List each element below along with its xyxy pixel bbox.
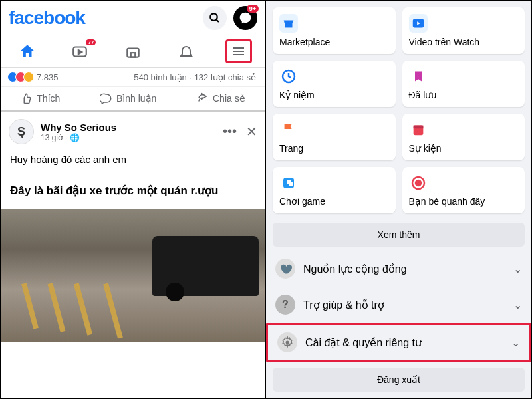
comment-share-counts[interactable]: 540 bình luận · 132 lượt chia sẻ xyxy=(134,72,256,82)
comment-icon xyxy=(100,92,112,104)
tile-watch[interactable]: Video trên Watch xyxy=(402,7,525,54)
tile-label: Chơi game xyxy=(279,196,389,207)
tab-marketplace[interactable] xyxy=(120,39,146,63)
see-more-button[interactable]: Xem thêm xyxy=(273,223,525,247)
thumb-icon xyxy=(21,92,33,104)
facebook-logo[interactable]: facebook xyxy=(9,7,85,29)
clock-icon xyxy=(281,68,297,84)
store-icon xyxy=(124,43,142,60)
topbar-actions: 9+ xyxy=(203,6,257,30)
home-icon xyxy=(19,43,36,60)
hands-icon xyxy=(279,262,292,275)
tile-label: Marketplace xyxy=(279,37,389,47)
reactions[interactable]: 7.835 xyxy=(10,72,59,82)
post-meta: Why So Serious 13 giờ · 🌐 xyxy=(41,122,216,142)
settings-list: Nguồn lực cộng đồng ⌄ ? Trợ giúp & hỗ tr… xyxy=(266,251,531,362)
globe-icon: 🌐 xyxy=(70,133,80,142)
avatar[interactable]: Ş xyxy=(9,119,34,144)
like-button[interactable]: Thích xyxy=(21,92,60,104)
svg-rect-12 xyxy=(413,126,423,129)
share-icon xyxy=(197,92,209,104)
search-button[interactable] xyxy=(203,6,227,30)
post-options: ••• ✕ xyxy=(223,124,257,140)
haha-icon xyxy=(23,72,34,82)
chevron-down-icon: ⌄ xyxy=(513,299,522,311)
list-item-settings-privacy[interactable]: Cài đặt & quyền riêng tư ⌄ xyxy=(266,323,531,362)
bell-icon xyxy=(178,43,194,59)
share-button[interactable]: Chia sẻ xyxy=(197,92,245,104)
svg-point-16 xyxy=(286,341,289,344)
messenger-button[interactable]: 9+ xyxy=(233,6,257,30)
flag-icon xyxy=(281,122,296,138)
tile-label: Video trên Watch xyxy=(409,37,519,47)
play-icon xyxy=(411,16,426,31)
list-item-community[interactable]: Nguồn lực cộng đồng ⌄ xyxy=(266,251,531,287)
menu-pane: Marketplace Video trên Watch Kỷ niệm Đã … xyxy=(266,1,531,398)
tile-label: Sự kiện xyxy=(409,143,519,154)
reaction-count: 7.835 xyxy=(37,72,59,82)
post-header: Ş Why So Serious 13 giờ · 🌐 ••• ✕ xyxy=(1,112,265,151)
reaction-icons xyxy=(10,72,34,82)
post-time: 13 giờ · 🌐 xyxy=(41,133,216,142)
logout-button[interactable]: Đăng xuất xyxy=(273,368,525,392)
car-shape xyxy=(152,236,259,296)
list-item-help[interactable]: ? Trợ giúp & hỗ trợ ⌄ xyxy=(266,287,531,323)
close-icon[interactable]: ✕ xyxy=(246,124,257,140)
search-icon xyxy=(209,12,221,24)
more-icon[interactable]: ••• xyxy=(223,124,237,140)
tab-notifications[interactable] xyxy=(173,39,200,63)
svg-line-1 xyxy=(216,19,219,22)
post-stats: 7.835 540 bình luận · 132 lượt chia sẻ xyxy=(1,68,265,86)
post-text: Huy hoàng đó các anh em xyxy=(1,151,265,172)
svg-point-0 xyxy=(210,13,217,21)
marketplace-icon xyxy=(281,16,296,31)
calendar-icon xyxy=(411,122,426,137)
gaming-icon xyxy=(281,175,297,191)
tile-label: Kỷ niệm xyxy=(279,90,389,100)
watch-badge: 77 xyxy=(86,39,96,45)
watch-icon xyxy=(71,43,88,60)
tile-label: Đã lưu xyxy=(409,90,519,100)
tab-menu[interactable] xyxy=(225,39,252,63)
bookmark-icon xyxy=(412,68,425,84)
feed-pane: facebook 9+ 77 xyxy=(1,1,266,398)
tab-bar: 77 xyxy=(1,35,265,68)
tab-home[interactable] xyxy=(14,39,41,63)
tile-label: Trang xyxy=(279,143,389,154)
tile-nearby[interactable]: Bạn bè quanh đây xyxy=(402,167,525,213)
tab-watch[interactable]: 77 xyxy=(66,39,93,63)
nearby-icon xyxy=(410,175,426,191)
post-author[interactable]: Why So Serious xyxy=(41,122,216,133)
post-actions: Thích Bình luận Chia sẻ xyxy=(1,86,265,112)
comment-button[interactable]: Bình luận xyxy=(100,92,156,104)
gear-icon xyxy=(281,336,294,349)
messenger-badge: 9+ xyxy=(247,5,259,13)
svg-rect-8 xyxy=(285,23,293,27)
post-caption: Đây là bãi đậu xe trước một quán r.ượu xyxy=(1,172,265,209)
tile-events[interactable]: Sự kiện xyxy=(402,114,525,160)
chevron-down-icon: ⌄ xyxy=(511,336,520,349)
tile-pages[interactable]: Trang xyxy=(273,114,396,160)
chevron-down-icon: ⌄ xyxy=(513,263,522,275)
tile-gaming[interactable]: Chơi game xyxy=(273,167,396,213)
post-image[interactable] xyxy=(1,209,265,342)
list-label: Nguồn lực cộng đồng xyxy=(303,263,407,275)
svg-rect-4 xyxy=(131,53,136,57)
tile-label: Bạn bè quanh đây xyxy=(409,196,519,207)
hamburger-icon xyxy=(231,43,247,59)
svg-point-14 xyxy=(416,180,421,186)
tile-marketplace[interactable]: Marketplace xyxy=(273,7,396,54)
tile-saved[interactable]: Đã lưu xyxy=(402,61,525,107)
tile-memories[interactable]: Kỷ niệm xyxy=(273,61,396,107)
menu-grid: Marketplace Video trên Watch Kỷ niệm Đã … xyxy=(266,1,531,220)
messenger-icon xyxy=(239,11,252,25)
top-bar: facebook 9+ xyxy=(1,1,265,35)
list-label: Trợ giúp & hỗ trợ xyxy=(303,299,384,311)
list-label: Cài đặt & quyền riêng tư xyxy=(305,336,422,349)
